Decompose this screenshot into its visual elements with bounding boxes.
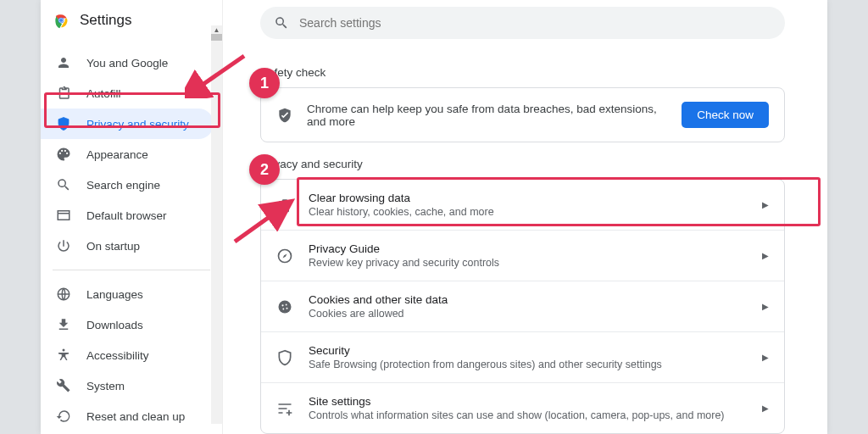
- shield-icon: [56, 116, 71, 131]
- annotation-badge-2: 2: [249, 154, 280, 185]
- clipboard-icon: [56, 86, 71, 101]
- sidebar-item-label: Accessibility: [86, 349, 149, 362]
- sidebar-item-label: Appearance: [86, 148, 148, 161]
- sidebar-item-accessibility[interactable]: Accessibility: [41, 340, 214, 370]
- accessibility-icon: [56, 348, 71, 363]
- safety-check-card: Chrome can help keep you safe from data …: [260, 87, 785, 142]
- shield-check-icon: [276, 107, 293, 124]
- sidebar-item-label: Languages: [86, 288, 143, 301]
- svg-point-10: [282, 308, 284, 309]
- chevron-right-icon: ▶: [762, 353, 769, 362]
- sidebar-item-label: Autofill: [86, 87, 121, 100]
- row-subtitle: Clear history, cookies, cache, and more: [309, 206, 747, 218]
- search-icon: [56, 177, 71, 192]
- sidebar-item-label: Downloads: [86, 319, 143, 331]
- person-icon: [56, 55, 71, 70]
- sidebar-item-label: On startup: [86, 240, 140, 253]
- main-content: Safety check Chrome can help keep you sa…: [223, 0, 827, 434]
- chevron-right-icon: ▶: [762, 302, 769, 311]
- svg-point-8: [281, 304, 283, 306]
- row-site-settings[interactable]: Site settings Controls what information …: [261, 383, 784, 433]
- row-subtitle: Review key privacy and security controls: [309, 257, 747, 269]
- svg-point-9: [286, 303, 287, 305]
- privacy-security-card: Clear browsing data Clear history, cooki…: [260, 179, 785, 434]
- sidebar-item-system[interactable]: System: [41, 370, 214, 401]
- sidebar-item-autofill[interactable]: Autofill: [41, 78, 214, 108]
- row-clear-browsing-data[interactable]: Clear browsing data Clear history, cooki…: [261, 180, 784, 231]
- sidebar-item-label: Privacy and security: [86, 118, 189, 131]
- sidebar-header: Settings: [41, 8, 222, 41]
- sidebar-item-label: Reset and clean up: [86, 410, 185, 423]
- sidebar-item-languages[interactable]: Languages: [41, 279, 214, 309]
- row-title: Cookies and other site data: [309, 293, 747, 306]
- cookie-icon: [276, 298, 293, 315]
- row-subtitle: Controls what information sites can use …: [309, 409, 747, 421]
- row-title: Privacy Guide: [309, 242, 747, 255]
- page-title: Settings: [80, 12, 131, 29]
- search-icon: [274, 15, 289, 31]
- safety-check-heading: Safety check: [260, 66, 827, 79]
- shield-icon: [276, 349, 293, 366]
- annotation-badge-1: 1: [249, 68, 280, 98]
- sidebar-item-reset[interactable]: Reset and clean up: [41, 401, 214, 431]
- download-icon: [56, 317, 71, 332]
- settings-window: Settings You and Google Autofill Privacy…: [41, 0, 827, 434]
- row-security[interactable]: Security Safe Browsing (protection from …: [261, 332, 784, 383]
- chevron-right-icon: ▶: [762, 251, 769, 260]
- power-icon: [56, 238, 71, 253]
- sidebar-scrollbar[interactable]: ▲: [211, 25, 222, 424]
- sidebar-item-default-browser[interactable]: Default browser: [41, 200, 214, 231]
- scroll-thumb[interactable]: [211, 34, 222, 41]
- row-privacy-guide[interactable]: Privacy Guide Review key privacy and sec…: [261, 231, 784, 281]
- search-input[interactable]: [299, 16, 771, 30]
- restore-icon: [56, 409, 71, 424]
- sidebar-divider: [53, 270, 210, 270]
- sidebar-item-downloads[interactable]: Downloads: [41, 309, 214, 340]
- sidebar-item-appearance[interactable]: Appearance: [41, 139, 214, 170]
- row-subtitle: Safe Browsing (protection from dangerous…: [309, 359, 747, 370]
- compass-icon: [276, 248, 293, 264]
- sidebar-item-on-startup[interactable]: On startup: [41, 231, 214, 261]
- sidebar-item-label: Default browser: [86, 209, 167, 222]
- sidebar-item-privacy-security[interactable]: Privacy and security: [41, 108, 214, 139]
- sidebar-item-you-and-google[interactable]: You and Google: [41, 47, 214, 78]
- svg-point-3: [59, 19, 63, 22]
- sidebar-item-label: Search engine: [86, 179, 160, 192]
- browser-icon: [56, 208, 71, 223]
- scroll-up-icon: ▲: [211, 25, 222, 34]
- globe-icon: [56, 287, 71, 302]
- chevron-right-icon: ▶: [762, 403, 769, 413]
- sidebar-item-label: You and Google: [86, 57, 168, 70]
- row-subtitle: Cookies are allowed: [309, 308, 747, 320]
- svg-point-7: [279, 300, 292, 313]
- row-cookies[interactable]: Cookies and other site data Cookies are …: [261, 281, 784, 332]
- chrome-logo-icon: [53, 12, 70, 29]
- sidebar: Settings You and Google Autofill Privacy…: [41, 0, 223, 434]
- row-title: Site settings: [309, 395, 747, 408]
- trash-icon: [276, 197, 293, 214]
- tune-icon: [276, 400, 293, 417]
- sidebar-item-search-engine[interactable]: Search engine: [41, 170, 214, 200]
- chevron-right-icon: ▶: [762, 200, 769, 209]
- row-title: Clear browsing data: [309, 192, 747, 204]
- sidebar-nav: You and Google Autofill Privacy and secu…: [41, 41, 222, 434]
- wrench-icon: [56, 378, 71, 393]
- safety-check-text: Chrome can help keep you safe from data …: [307, 103, 668, 128]
- palette-icon: [56, 147, 71, 162]
- sidebar-item-label: System: [86, 380, 125, 392]
- row-title: Security: [309, 344, 747, 357]
- check-now-button[interactable]: Check now: [682, 102, 769, 128]
- svg-point-11: [287, 307, 288, 309]
- privacy-security-heading: Privacy and security: [260, 158, 827, 170]
- search-settings[interactable]: [260, 7, 785, 39]
- svg-point-5: [63, 349, 65, 352]
